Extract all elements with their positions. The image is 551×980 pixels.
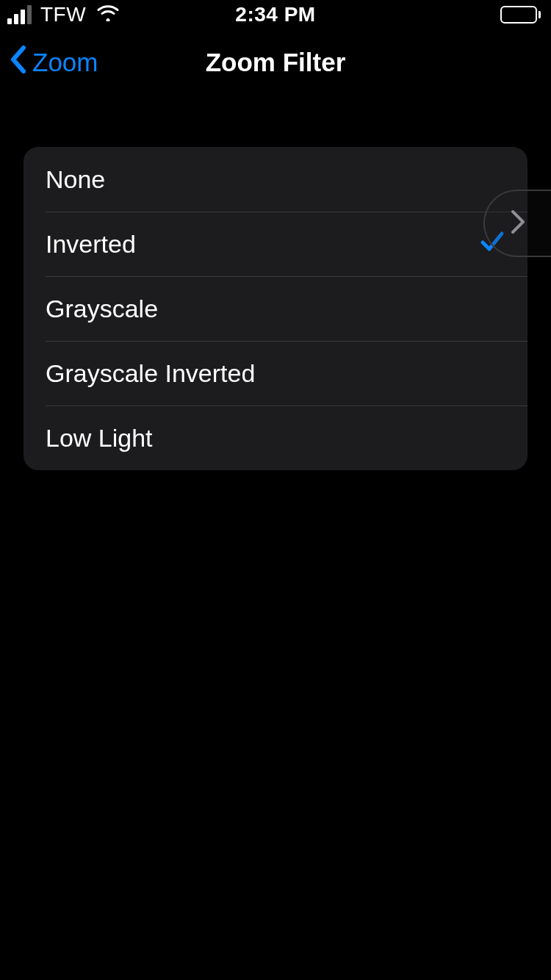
filter-list: None Inverted Grayscale Grayscale Invert…	[24, 147, 527, 470]
filter-option-label: Inverted	[46, 230, 136, 259]
filter-option-label: None	[46, 165, 105, 194]
filter-option-low-light[interactable]: Low Light	[24, 406, 527, 470]
back-label: Zoom	[32, 48, 98, 77]
cellular-signal-icon	[7, 5, 32, 24]
filter-option-label: Low Light	[46, 424, 153, 453]
nav-bar: Zoom Zoom Filter	[0, 29, 551, 96]
battery-icon	[500, 6, 541, 24]
status-left: TFW	[7, 3, 274, 26]
status-bar: TFW 2:34 PM	[0, 0, 551, 29]
filter-option-label: Grayscale	[46, 295, 158, 323]
filter-option-inverted[interactable]: Inverted	[24, 212, 527, 276]
chevron-right-icon	[507, 206, 529, 241]
chevron-left-icon	[9, 46, 26, 79]
back-button[interactable]: Zoom	[0, 46, 98, 79]
wifi-icon	[96, 3, 120, 26]
filter-option-grayscale-inverted[interactable]: Grayscale Inverted	[24, 341, 527, 406]
filter-option-none[interactable]: None	[24, 147, 527, 212]
filter-option-label: Grayscale Inverted	[46, 359, 255, 388]
carrier-label: TFW	[40, 3, 86, 26]
status-right	[274, 6, 541, 24]
zoom-controller-handle[interactable]	[483, 190, 551, 257]
filter-option-grayscale[interactable]: Grayscale	[24, 276, 527, 341]
